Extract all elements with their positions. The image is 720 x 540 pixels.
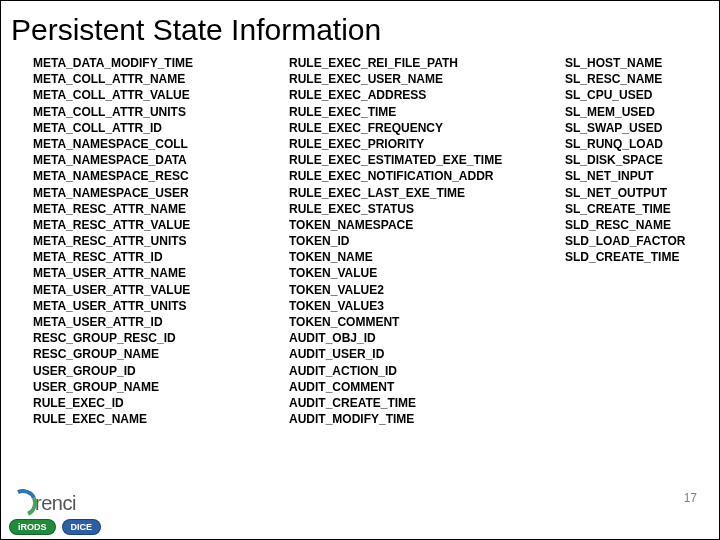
list-item: META_USER_ATTR_UNITS <box>33 298 243 314</box>
list-item: AUDIT_ACTION_ID <box>289 363 519 379</box>
list-item: META_NAMESPACE_RESC <box>33 168 243 184</box>
list-item: SL_RESC_NAME <box>565 71 720 87</box>
list-item: TOKEN_NAMESPACE <box>289 217 519 233</box>
list-item: TOKEN_VALUE3 <box>289 298 519 314</box>
list-item: SL_NET_OUTPUT <box>565 185 720 201</box>
irods-badge: iRODS <box>9 519 56 535</box>
renci-logo-text: renci <box>35 492 76 515</box>
list-item: RULE_EXEC_FREQUENCY <box>289 120 519 136</box>
list-item: RULE_EXEC_PRIORITY <box>289 136 519 152</box>
list-item: META_RESC_ATTR_ID <box>33 249 243 265</box>
list-item: META_NAMESPACE_DATA <box>33 152 243 168</box>
list-item: RESC_GROUP_RESC_ID <box>33 330 243 346</box>
list-item: TOKEN_VALUE <box>289 265 519 281</box>
list-item: TOKEN_COMMENT <box>289 314 519 330</box>
list-item: SLD_LOAD_FACTOR <box>565 233 720 249</box>
page-number: 17 <box>684 491 697 505</box>
list-item: SL_RUNQ_LOAD <box>565 136 720 152</box>
list-item: AUDIT_USER_ID <box>289 346 519 362</box>
list-item: RESC_GROUP_NAME <box>33 346 243 362</box>
list-item: SL_SWAP_USED <box>565 120 720 136</box>
column-2: RULE_EXEC_REI_FILE_PATHRULE_EXEC_USER_NA… <box>289 55 519 427</box>
list-item: AUDIT_CREATE_TIME <box>289 395 519 411</box>
list-item: META_COLL_ATTR_ID <box>33 120 243 136</box>
list-item: SL_HOST_NAME <box>565 55 720 71</box>
list-item: SL_DISK_SPACE <box>565 152 720 168</box>
list-item: USER_GROUP_NAME <box>33 379 243 395</box>
list-item: RULE_EXEC_ADDRESS <box>289 87 519 103</box>
page-title: Persistent State Information <box>1 1 719 55</box>
footer: renci iRODS DICE 17 <box>1 479 719 539</box>
list-item: SL_NET_INPUT <box>565 168 720 184</box>
column-3: SL_HOST_NAMESL_RESC_NAMESL_CPU_USEDSL_ME… <box>565 55 720 427</box>
list-item: AUDIT_COMMENT <box>289 379 519 395</box>
renci-logo: renci <box>9 489 76 517</box>
list-item: SL_MEM_USED <box>565 104 720 120</box>
list-item: USER_GROUP_ID <box>33 363 243 379</box>
list-item: RULE_EXEC_ESTIMATED_EXE_TIME <box>289 152 519 168</box>
list-item: SLD_CREATE_TIME <box>565 249 720 265</box>
list-item: RULE_EXEC_STATUS <box>289 201 519 217</box>
list-item: RULE_EXEC_NOTIFICATION_ADDR <box>289 168 519 184</box>
slide: Persistent State Information META_DATA_M… <box>0 0 720 540</box>
list-item: RULE_EXEC_TIME <box>289 104 519 120</box>
list-item: AUDIT_OBJ_ID <box>289 330 519 346</box>
list-item: META_USER_ATTR_NAME <box>33 265 243 281</box>
list-item: TOKEN_VALUE2 <box>289 282 519 298</box>
list-item: META_RESC_ATTR_NAME <box>33 201 243 217</box>
list-item: SL_CREATE_TIME <box>565 201 720 217</box>
list-item: TOKEN_ID <box>289 233 519 249</box>
dice-badge: DICE <box>62 519 102 535</box>
list-item: RULE_EXEC_NAME <box>33 411 243 427</box>
list-item: META_COLL_ATTR_NAME <box>33 71 243 87</box>
list-item: META_USER_ATTR_ID <box>33 314 243 330</box>
column-1: META_DATA_MODIFY_TIMEMETA_COLL_ATTR_NAME… <box>33 55 243 427</box>
list-item: META_COLL_ATTR_UNITS <box>33 104 243 120</box>
list-item: META_NAMESPACE_COLL <box>33 136 243 152</box>
columns-container: META_DATA_MODIFY_TIMEMETA_COLL_ATTR_NAME… <box>1 55 719 427</box>
list-item: SLD_RESC_NAME <box>565 217 720 233</box>
renci-swirl-icon <box>9 489 37 517</box>
list-item: RULE_EXEC_USER_NAME <box>289 71 519 87</box>
list-item: META_USER_ATTR_VALUE <box>33 282 243 298</box>
list-item: SL_CPU_USED <box>565 87 720 103</box>
list-item: RULE_EXEC_LAST_EXE_TIME <box>289 185 519 201</box>
list-item: AUDIT_MODIFY_TIME <box>289 411 519 427</box>
list-item: META_RESC_ATTR_VALUE <box>33 217 243 233</box>
list-item: RULE_EXEC_REI_FILE_PATH <box>289 55 519 71</box>
list-item: META_RESC_ATTR_UNITS <box>33 233 243 249</box>
sub-logos: iRODS DICE <box>9 519 101 535</box>
list-item: META_DATA_MODIFY_TIME <box>33 55 243 71</box>
list-item: RULE_EXEC_ID <box>33 395 243 411</box>
list-item: META_COLL_ATTR_VALUE <box>33 87 243 103</box>
list-item: TOKEN_NAME <box>289 249 519 265</box>
list-item: META_NAMESPACE_USER <box>33 185 243 201</box>
